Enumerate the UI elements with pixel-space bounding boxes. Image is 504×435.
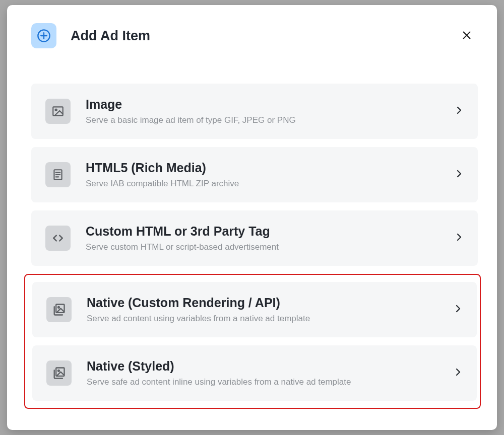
svg-point-14: [58, 370, 59, 372]
option-title: HTML5 (Rich Media): [86, 160, 439, 175]
document-icon: [45, 162, 71, 187]
chevron-right-icon: [454, 304, 463, 315]
chevron-right-icon: [455, 169, 464, 180]
option-subtitle: Serve ad content using variables from a …: [87, 313, 438, 324]
option-text: Custom HTML or 3rd Party Tag Serve custo…: [86, 224, 439, 253]
option-image[interactable]: Image Serve a basic image ad item of typ…: [31, 84, 478, 139]
option-subtitle: Serve safe ad content inline using varia…: [87, 377, 438, 388]
ad-type-option-list: Image Serve a basic image ad item of typ…: [23, 84, 481, 409]
close-icon: [461, 30, 472, 42]
close-button[interactable]: [458, 27, 476, 45]
modal-scroll-area[interactable]: Add Ad Item: [23, 23, 484, 415]
image-icon: [45, 99, 71, 124]
option-subtitle: Serve custom HTML or script-based advert…: [86, 242, 439, 253]
native-stack-icon: [46, 297, 72, 322]
option-native-styled[interactable]: Native (Styled) Serve safe ad content in…: [32, 345, 477, 401]
modal-title: Add Ad Item: [71, 28, 150, 44]
add-ad-item-modal: Add Ad Item: [7, 5, 497, 430]
highlighted-native-group: Native (Custom Rendering / API) Serve ad…: [24, 274, 481, 409]
option-native-api[interactable]: Native (Custom Rendering / API) Serve ad…: [32, 282, 477, 337]
option-title: Native (Styled): [87, 358, 438, 374]
svg-point-12: [58, 307, 59, 308]
modal-header: Add Ad Item: [23, 23, 481, 48]
option-subtitle: Serve a basic image ad item of type GIF,…: [86, 115, 439, 126]
svg-rect-5: [53, 107, 63, 115]
option-html5[interactable]: HTML5 (Rich Media) Serve IAB compatible …: [31, 147, 478, 202]
option-title: Image: [86, 97, 439, 112]
chevron-right-icon: [455, 233, 464, 244]
option-text: HTML5 (Rich Media) Serve IAB compatible …: [86, 160, 439, 189]
svg-point-6: [55, 109, 57, 111]
native-stack-icon: [46, 360, 72, 386]
chevron-right-icon: [454, 368, 463, 379]
chevron-right-icon: [455, 106, 464, 117]
code-icon: [45, 226, 71, 251]
option-title: Custom HTML or 3rd Party Tag: [86, 224, 439, 239]
option-custom-html[interactable]: Custom HTML or 3rd Party Tag Serve custo…: [31, 210, 478, 266]
option-text: Native (Custom Rendering / API) Serve ad…: [87, 295, 438, 324]
option-text: Image Serve a basic image ad item of typ…: [86, 97, 439, 126]
modal-header-left: Add Ad Item: [31, 23, 150, 48]
option-text: Native (Styled) Serve safe ad content in…: [87, 358, 438, 388]
plus-circle-icon: [31, 23, 56, 48]
option-subtitle: Serve IAB compatible HTML ZIP archive: [86, 178, 439, 189]
option-title: Native (Custom Rendering / API): [87, 295, 438, 310]
